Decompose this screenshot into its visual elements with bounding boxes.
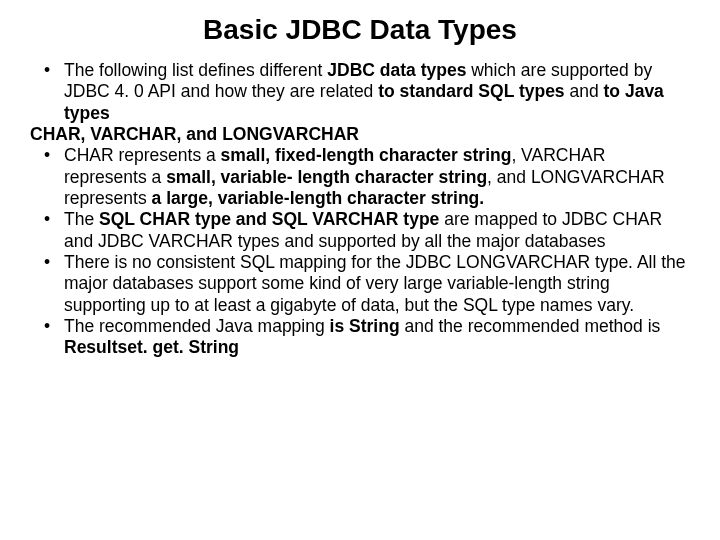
slide-body: •The following list defines different JD… <box>30 60 690 359</box>
slide: Basic JDBC Data Types •The following lis… <box>0 0 720 540</box>
bullet-glyph: • <box>30 60 64 124</box>
item-text: There is no consistent SQL mapping for t… <box>64 252 690 316</box>
heading-line: •CHAR, VARCHAR, and LONGVARCHAR <box>30 124 690 145</box>
bullet-item: •The following list defines different JD… <box>30 60 690 124</box>
item-text: CHAR represents a small, fixed-length ch… <box>64 145 690 209</box>
bullet-item: • CHAR represents a small, fixed-length … <box>30 145 690 209</box>
bullet-item: •There is no consistent SQL mapping for … <box>30 252 690 316</box>
item-text: The recommended Java mapping is String a… <box>64 316 690 359</box>
bullet-item: •The SQL CHAR type and SQL VARCHAR type … <box>30 209 690 252</box>
item-text: The following list defines different JDB… <box>64 60 690 124</box>
bullet-glyph: • <box>30 316 64 359</box>
item-text: The SQL CHAR type and SQL VARCHAR type a… <box>64 209 690 252</box>
bullet-glyph: • <box>30 252 64 316</box>
item-text: CHAR, VARCHAR, and LONGVARCHAR <box>30 124 690 145</box>
bullet-glyph: • <box>30 145 64 209</box>
bullet-glyph: • <box>30 209 64 252</box>
slide-title: Basic JDBC Data Types <box>30 14 690 46</box>
bullet-item: •The recommended Java mapping is String … <box>30 316 690 359</box>
